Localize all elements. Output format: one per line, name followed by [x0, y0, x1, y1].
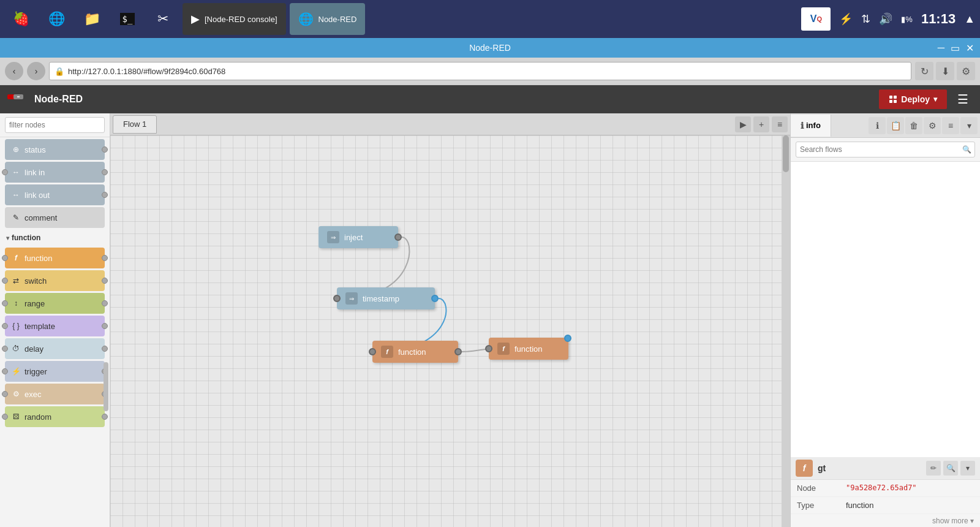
palette-node-template-port-left: [2, 323, 8, 329]
deploy-button[interactable]: Deploy ▾: [879, 89, 947, 109]
canvas-node-function2[interactable]: f function: [489, 338, 568, 360]
palette-node-status[interactable]: ⊕ status: [5, 139, 105, 160]
info-tab-icon: ℹ: [801, 121, 804, 131]
trigger-node-icon: ⚡: [11, 366, 21, 376]
info-search-input[interactable]: [796, 142, 975, 157]
add-tab-btn[interactable]: +: [753, 116, 769, 132]
function2-icon: f: [502, 345, 505, 352]
nodered-app: Node-RED Deploy ▾ ☰ ⊕ status: [0, 85, 980, 527]
browser-toolbar: ‹ › 🔒 http://127.0.0.1:1880/#flow/9f2894…: [0, 58, 980, 85]
globe-icon[interactable]: 🌐: [40, 3, 72, 35]
raspberry-icon[interactable]: 🍓: [5, 3, 37, 35]
info-type-value-cell: function: [840, 497, 980, 514]
svg-rect-5: [889, 100, 892, 103]
canvas-scrollbar-thumb-right[interactable]: [783, 135, 789, 172]
info-icon-btn-1[interactable]: ℹ: [869, 117, 886, 134]
nodered-header: Node-RED Deploy ▾ ☰: [0, 85, 980, 113]
nodered-taskbar-button[interactable]: 🌐 Node-RED: [290, 3, 366, 35]
palette-scrollbar: [104, 113, 108, 527]
arrow-up-icon: ▲: [964, 13, 975, 26]
info-icon-btn-5[interactable]: ≡: [942, 117, 959, 134]
volume-icon: 🔊: [879, 12, 892, 26]
palette-node-random[interactable]: ⚄ random: [5, 406, 105, 427]
palette-node-range[interactable]: ↕ range: [5, 293, 105, 314]
canvas-area: Flow 1 ▶ + ≡: [110, 113, 790, 527]
palette-node-trigger[interactable]: ⚡ trigger: [5, 361, 105, 382]
palette-node-link-out-label: link out: [24, 191, 50, 200]
inject-node-label: inject: [344, 233, 363, 242]
tab-info[interactable]: ℹ info: [791, 115, 831, 137]
browser-titlebar-controls[interactable]: ─ ▭ ✕: [938, 42, 974, 54]
folder-icon[interactable]: 📁: [76, 3, 108, 35]
browser-settings-button[interactable]: ⚙: [957, 62, 975, 80]
tab-flow1[interactable]: Flow 1: [113, 115, 157, 134]
flow-canvas[interactable]: ⇒ inject ⇒ timestamp f: [110, 135, 790, 527]
palette-section-function[interactable]: ▾ function: [0, 230, 110, 246]
palette-node-exec[interactable]: ⚙ exec: [5, 384, 105, 404]
hamburger-menu[interactable]: ☰: [953, 89, 973, 109]
function1-icon: f: [386, 348, 388, 355]
battery-icon: ▮%: [901, 15, 913, 24]
palette-node-link-out[interactable]: ↔ link out: [5, 184, 105, 205]
info-icon-btn-3[interactable]: 🗑: [905, 117, 922, 134]
link-in-node-icon: ↔: [11, 167, 21, 177]
terminal-icon[interactable]: $_: [111, 3, 143, 35]
info-icon-btn-6[interactable]: ▾: [960, 117, 978, 134]
info-node-search-btn[interactable]: 🔍: [943, 461, 958, 476]
info-node-label-cell: Node: [791, 480, 840, 497]
palette-node-function[interactable]: f function: [5, 248, 105, 268]
canvas-scrollbar-right[interactable]: [782, 135, 790, 527]
info-icon-btn-2[interactable]: 📋: [887, 117, 904, 134]
palette-node-link-in[interactable]: ↔ link in: [5, 162, 105, 183]
timestamp-port-left: [333, 295, 341, 302]
back-button[interactable]: ‹: [5, 62, 23, 80]
browser-titlebar: Node-RED ─ ▭ ✕: [0, 38, 980, 58]
palette-node-function-port-left: [2, 255, 8, 261]
palette-node-template[interactable]: { } template: [5, 316, 105, 336]
palette-node-switch[interactable]: ⇄ switch: [5, 270, 105, 291]
nodered-globe-icon: 🌐: [298, 12, 314, 26]
nodered-taskbar-label: Node-RED: [318, 15, 357, 24]
info-table-row-type: Type function: [791, 497, 980, 514]
close-button[interactable]: ✕: [966, 42, 974, 54]
maximize-button[interactable]: ▭: [951, 42, 960, 54]
show-more-btn[interactable]: show more ▾: [791, 514, 980, 527]
palette-node-trigger-label: trigger: [24, 367, 47, 376]
browser-chrome: Node-RED ─ ▭ ✕ ‹ › 🔒 http://127.0.0.1:18…: [0, 38, 980, 85]
canvas-node-inject[interactable]: ⇒ inject: [318, 226, 398, 248]
deploy-dropdown-icon: ▾: [933, 95, 937, 104]
info-node-edit-btn[interactable]: ✏: [926, 461, 941, 476]
canvas-node-function1[interactable]: f function: [372, 341, 458, 363]
refresh-button[interactable]: ↻: [915, 62, 933, 80]
function2-port-left: [485, 345, 492, 352]
tab-menu-btn[interactable]: ≡: [772, 116, 788, 132]
nodered-logo: Node-RED: [7, 92, 83, 107]
timestamp-port-right: [431, 295, 439, 302]
nodered-logo-text: Node-RED: [34, 94, 83, 105]
info-type-label-cell: Type: [791, 497, 840, 514]
minimize-button[interactable]: ─: [938, 42, 944, 54]
palette-node-trigger-port-left: [2, 368, 8, 374]
info-node-name: gt: [818, 463, 826, 473]
tab-arrow-btn[interactable]: ▶: [735, 116, 751, 132]
function-section-chevron: ▾: [6, 235, 9, 241]
canvas-node-timestamp[interactable]: ⇒ timestamp: [337, 287, 435, 309]
palette-node-function-label: function: [24, 254, 53, 263]
palette-node-delay[interactable]: ⏱ delay: [5, 338, 105, 359]
palette-search-input[interactable]: [5, 117, 105, 133]
info-node-scroll-btn[interactable]: ▾: [960, 461, 975, 476]
palette-node-range-label: range: [24, 299, 45, 308]
svg-rect-3: [889, 96, 892, 99]
nodered-logo-icon: [7, 92, 29, 107]
browser-toolbar-right: ↻ ⬇ ⚙: [915, 62, 975, 80]
info-tab-action-icons: ℹ 📋 🗑 ⚙ ≡ ▾: [869, 117, 980, 134]
palette-node-random-port-left: [2, 414, 8, 420]
forward-button[interactable]: ›: [27, 62, 45, 80]
palette-node-comment[interactable]: ✎ comment: [5, 207, 105, 228]
console-button[interactable]: ▶ [Node-RED console]: [183, 3, 286, 35]
address-bar[interactable]: 🔒 http://127.0.0.1:1880/#flow/9f2894c0.6…: [49, 62, 911, 80]
function-node-icon: f: [11, 253, 21, 263]
scissors-icon[interactable]: ✂: [147, 3, 179, 35]
download-button[interactable]: ⬇: [936, 62, 954, 80]
info-icon-btn-4[interactable]: ⚙: [924, 117, 941, 134]
